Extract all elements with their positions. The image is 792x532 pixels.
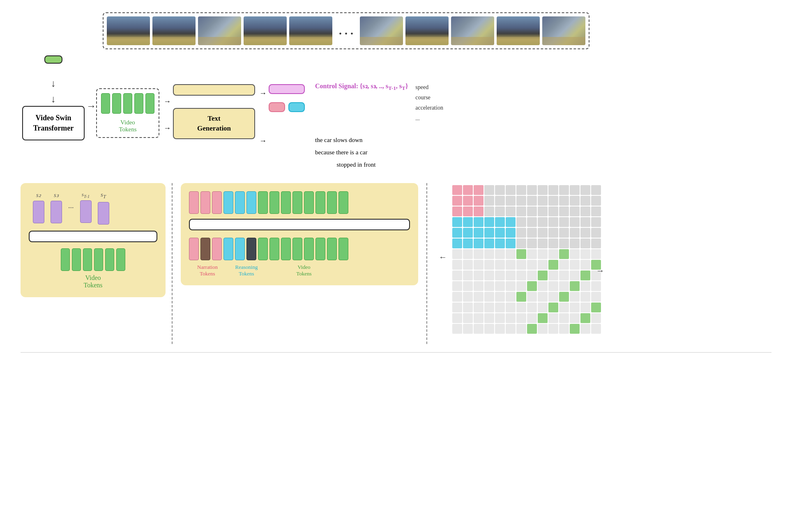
token-1 (101, 93, 110, 114)
svg-rect-101 (484, 260, 494, 270)
svg-rect-97 (591, 249, 601, 259)
svg-rect-174 (516, 313, 526, 323)
svg-rect-0 (452, 185, 462, 195)
svg-rect-162 (538, 303, 548, 312)
video-swin-box: Video SwinTransformer (22, 106, 85, 140)
svg-rect-56 (452, 228, 462, 238)
svg-rect-81 (570, 238, 580, 248)
svg-rect-116 (495, 271, 505, 280)
svg-rect-166 (580, 303, 590, 312)
svg-rect-74 (495, 238, 505, 248)
st1-token: sT-1 (80, 191, 92, 223)
svg-rect-72 (474, 238, 483, 248)
svg-rect-173 (506, 313, 516, 323)
svg-rect-17 (484, 196, 494, 206)
svg-rect-34 (516, 206, 526, 216)
top-token-sequence (189, 191, 410, 214)
svg-rect-10 (559, 185, 569, 195)
svg-rect-169 (463, 313, 473, 323)
svg-rect-108 (559, 260, 569, 270)
b-g-t8 (338, 238, 348, 260)
svg-rect-89 (506, 249, 516, 259)
b-g-t2 (269, 238, 279, 260)
control-signal-info: Control Signal: {s₂, s₃, .., sT-1, sT} s… (315, 82, 477, 124)
svg-rect-139 (591, 281, 601, 291)
svg-rect-172 (495, 313, 505, 323)
arrow-cross: ← (439, 252, 447, 262)
svg-rect-122 (559, 271, 569, 280)
svg-rect-79 (548, 238, 558, 248)
dots-label: ... (68, 202, 74, 210)
svg-rect-160 (516, 303, 526, 312)
svg-rect-191 (548, 324, 558, 334)
narration-box (269, 102, 285, 112)
svg-text:→: → (596, 266, 604, 275)
svg-rect-2 (474, 185, 483, 195)
mv-token-1 (61, 248, 70, 271)
svg-rect-42 (452, 217, 462, 227)
svg-rect-180 (580, 313, 590, 323)
svg-rect-20 (516, 196, 526, 206)
bottom-section: s₂ s₃ ... sT-1 sT (21, 177, 771, 344)
svg-rect-75 (506, 238, 516, 248)
svg-rect-82 (580, 238, 590, 248)
svg-rect-144 (495, 292, 505, 302)
mv-token-4 (94, 248, 103, 271)
svg-rect-43 (463, 217, 473, 227)
s2-rect (33, 201, 44, 223)
svg-rect-103 (506, 260, 516, 270)
svg-rect-45 (484, 217, 494, 227)
svg-rect-138 (580, 281, 590, 291)
dots-token: ... (68, 191, 74, 210)
video-frame-6 (360, 16, 403, 45)
svg-rect-39 (570, 206, 580, 216)
st-token: sT (98, 191, 109, 225)
token-2 (112, 93, 121, 114)
text-gen-yellow-box: NarrationTokens ReasoningTokens VideoTok… (181, 183, 418, 285)
svg-rect-143 (484, 292, 494, 302)
main-container: . . . ↓ ↓ Video SwinTransformer → (8, 8, 784, 363)
svg-rect-29 (463, 206, 473, 216)
svg-rect-112 (452, 271, 462, 280)
svg-rect-90 (516, 249, 526, 259)
video-tokens-label-tg: VideoTokens (267, 264, 341, 277)
svg-rect-71 (463, 238, 473, 248)
svg-rect-83 (591, 238, 601, 248)
svg-rect-14 (452, 196, 462, 206)
svg-rect-124 (580, 271, 590, 280)
svg-rect-55 (591, 217, 601, 227)
svg-rect-24 (559, 196, 569, 206)
s3-label: s₃ (54, 191, 59, 199)
svg-rect-59 (484, 228, 494, 238)
svg-rect-141 (463, 292, 473, 302)
reasoning-tokens-label: ReasoningTokens (226, 264, 267, 277)
svg-rect-107 (548, 260, 558, 270)
pink-t2 (200, 191, 210, 214)
svg-rect-131 (506, 281, 516, 291)
svg-rect-102 (495, 260, 505, 270)
svg-rect-115 (484, 271, 494, 280)
video-frames-container: . . . (103, 12, 589, 49)
arrow-to-control: → (163, 97, 171, 106)
arrow-2: ↓ (51, 94, 56, 105)
svg-rect-65 (548, 228, 558, 238)
svg-rect-133 (527, 281, 537, 291)
svg-rect-5 (506, 185, 516, 195)
svg-rect-151 (570, 292, 580, 302)
svg-rect-78 (538, 238, 548, 248)
svg-rect-76 (516, 238, 526, 248)
svg-rect-152 (580, 292, 590, 302)
text-generation-box: TextGeneration (173, 108, 255, 139)
pink-t1 (189, 191, 199, 214)
video-tokens-dashed-box: VideoTokens (96, 88, 159, 138)
svg-rect-137 (570, 281, 580, 291)
svg-rect-104 (516, 260, 526, 270)
svg-rect-98 (452, 260, 462, 270)
cyan-t3 (246, 191, 256, 214)
svg-rect-185 (484, 324, 494, 334)
b-dark-t1 (200, 238, 210, 260)
svg-rect-153 (591, 292, 601, 302)
svg-rect-21 (527, 196, 537, 206)
svg-rect-19 (506, 196, 516, 206)
svg-rect-121 (548, 271, 558, 280)
